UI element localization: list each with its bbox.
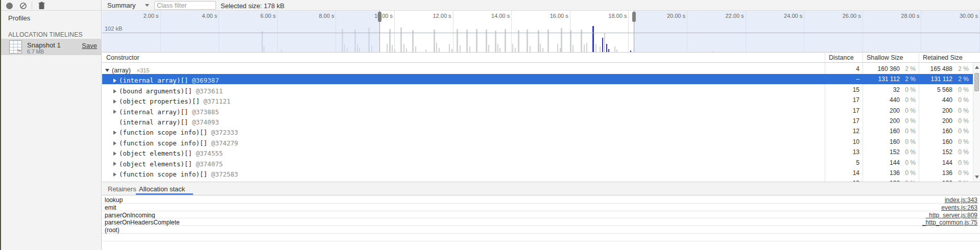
allocation-bar <box>406 48 407 53</box>
table-row[interactable]: (object elements)[] @374555131520 %1520 … <box>102 147 973 157</box>
expand-icon[interactable] <box>113 89 116 93</box>
table-row[interactable]: (bound arguments)[] @37361115320 %5 5680… <box>102 85 973 95</box>
timeline-tick-label: 20.00 s <box>667 13 685 19</box>
shallow-size-percent: 2 % <box>900 65 917 72</box>
stack-frame-row[interactable]: parserOnHeadersComplete_http_common.js:7… <box>102 218 980 226</box>
table-row[interactable]: (internal array)[] @369387–131 1122 %131… <box>102 74 973 84</box>
table-row[interactable]: (function scope info)[] @374279101600 %1… <box>102 137 973 147</box>
block-icon[interactable] <box>19 2 27 10</box>
tab-allocation-stack[interactable]: Allocation stack <box>139 185 185 193</box>
stack-frame-row[interactable]: emitevents.js:263 <box>102 204 980 211</box>
allocation-bar <box>403 44 404 53</box>
perspective-select[interactable]: Summary <box>107 2 136 9</box>
scroll-up-icon[interactable] <box>975 66 979 69</box>
table-row[interactable]: (array)×3154160 3602 %165 4882 % <box>102 64 973 74</box>
retained-size-cell: 152 <box>919 148 952 156</box>
distance-cell: 14 <box>825 169 859 177</box>
stack-frame-row[interactable]: lookupindex.js:343 <box>102 196 980 204</box>
expand-icon[interactable] <box>113 79 116 83</box>
save-link[interactable]: Save <box>82 42 97 49</box>
stack-function-name: emit <box>105 204 116 211</box>
sidebar-item-snapshot-1[interactable]: % Snapshot 1 6.7 MB Save <box>1 39 101 55</box>
stack-empty-row <box>102 234 980 241</box>
stack-frame-row[interactable]: parserOnIncoming_http_server.js:809 <box>102 211 980 219</box>
source-location-link[interactable]: events.js:263 <box>941 204 977 211</box>
trash-icon[interactable] <box>38 2 45 10</box>
allocation-bar <box>512 44 513 53</box>
constructor-cell: (internal array)[] @374093 <box>102 116 825 126</box>
scroll-down-icon[interactable] <box>975 176 979 179</box>
column-header-retained-size[interactable]: Retained Size <box>923 54 963 61</box>
distance-cell: 12 <box>825 128 859 135</box>
allocation-bar <box>557 44 558 53</box>
allocation-bar <box>530 46 531 53</box>
column-header-distance[interactable]: Distance <box>829 54 854 61</box>
allocation-bar <box>400 28 402 53</box>
table-row[interactable]: (object properties)[] @371121174400 %440… <box>102 95 973 105</box>
expand-icon[interactable] <box>113 131 116 135</box>
selected-size-label: Selected size: 178 kB <box>221 2 284 10</box>
toolbar-separator <box>32 2 32 9</box>
snapshot-title: Snapshot 1 <box>27 41 61 49</box>
timeline-tick-label: 24.00 s <box>784 13 802 19</box>
active-tab-underline <box>136 193 193 195</box>
timeline-tick-label: 26.00 s <box>843 13 861 19</box>
timeline-tick-label: 14.00 s <box>491 13 510 19</box>
allocation-bar <box>425 49 426 53</box>
allocation-bar <box>387 44 388 53</box>
profiles-label: Profiles <box>8 14 30 22</box>
table-row[interactable]: (internal array)[] @374093172000 %2000 % <box>102 116 973 126</box>
shallow-size-percent: 0 % <box>900 138 917 145</box>
distance-cell: 17 <box>825 117 859 124</box>
source-location-link[interactable]: _http_common.js:75 <box>922 219 977 226</box>
source-location-link[interactable]: index.js:343 <box>945 196 977 204</box>
shallow-size-cell: 32 <box>863 86 900 93</box>
main-area: Summary Selected size: 178 kB 2.00 s4.00… <box>102 0 980 250</box>
allocation-bar <box>469 46 470 53</box>
table-row[interactable]: (function scope info)[] @372583141360 %1… <box>102 168 973 178</box>
allocation-bar <box>495 31 496 53</box>
distance-cell: 13 <box>825 148 859 156</box>
source-location-link[interactable]: _http_server.js:809 <box>926 212 977 219</box>
constructor-cell: (function scope info)[] @372333 <box>102 126 825 136</box>
constructor-name: (object properties)[] <box>119 97 200 105</box>
selection-handle-left[interactable] <box>378 12 381 22</box>
object-id: @373611 <box>192 87 223 95</box>
expand-icon[interactable] <box>113 99 116 104</box>
constructor-cell: (function scope info)[] @374279 <box>102 137 825 147</box>
tab-retainers[interactable]: Retainers <box>108 185 136 193</box>
table-row[interactable]: (function scope info)[] @372333121600 %1… <box>102 126 973 136</box>
object-id: @372583 <box>207 170 238 178</box>
vertical-scrollbar[interactable] <box>973 63 980 182</box>
allocation-bar <box>515 48 516 53</box>
object-id: @373885 <box>188 108 219 116</box>
record-icon[interactable] <box>6 3 13 9</box>
expand-icon[interactable] <box>113 172 116 177</box>
table-row[interactable]: (object elements)[] @37407551440 %1440 % <box>102 158 973 168</box>
stack-frame-row[interactable]: (root) <box>102 226 980 234</box>
class-filter-input[interactable] <box>154 1 216 10</box>
table-row[interactable]: (internal array)[] @373885172000 %2000 % <box>102 106 973 116</box>
allocation-bar <box>604 33 605 53</box>
column-header-shallow-size[interactable]: Shallow Size <box>867 54 903 61</box>
timeline-tick-label: 30.00 s <box>960 13 978 19</box>
allocation-bar <box>499 48 500 53</box>
allocation-bar <box>616 49 617 53</box>
expand-icon[interactable] <box>113 110 116 114</box>
shallow-size-cell: 160 360 <box>863 65 900 72</box>
retained-size-percent: 0 % <box>952 117 971 124</box>
column-header-constructor[interactable]: Constructor <box>106 54 139 61</box>
allocation-bar <box>449 44 450 53</box>
allocation-timeline-overview[interactable]: 2.00 s4.00 s6.00 s8.00 s10.00 s12.00 s14… <box>102 11 980 53</box>
devtools-memory-panel: Profiles ALLOCATION TIMELINES % Snapshot… <box>0 0 980 250</box>
scrollbar-thumb[interactable] <box>974 73 979 91</box>
selection-handle-right[interactable] <box>632 12 636 22</box>
expand-icon[interactable] <box>113 152 116 156</box>
chevron-down-icon[interactable] <box>145 4 149 7</box>
expand-icon[interactable] <box>113 141 116 145</box>
shallow-size-cell: 160 <box>863 138 900 145</box>
collapse-icon[interactable] <box>105 69 109 72</box>
table-row[interactable]: (function scope info)[] @373101131360 %1… <box>102 178 973 182</box>
expand-icon[interactable] <box>113 162 116 166</box>
shallow-size-cell: 144 <box>863 159 900 166</box>
